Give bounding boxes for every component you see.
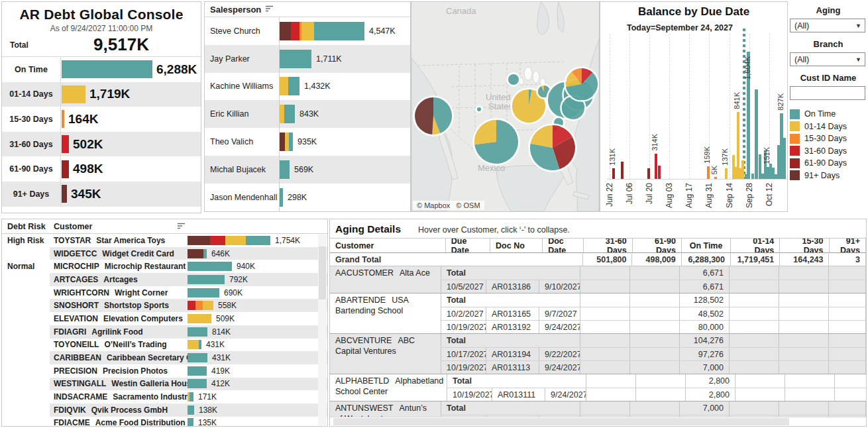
debt-risk-row[interactable]: PRECISIONPrecision Photos419K bbox=[2, 364, 327, 378]
debt-stacked-bar[interactable] bbox=[188, 327, 207, 337]
due-date-bar[interactable] bbox=[751, 174, 754, 179]
customer-block[interactable]: ABARTENDEUSA Bartending SchoolTotal128,5… bbox=[330, 294, 866, 334]
bar-segment[interactable] bbox=[188, 301, 195, 310]
debt-stacked-bar[interactable] bbox=[188, 249, 207, 258]
salesperson-stacked-bar[interactable] bbox=[280, 50, 311, 68]
debt-risk-row[interactable]: High RiskTOYSTARStar America Toys1,754K bbox=[2, 234, 327, 247]
bar-segment[interactable] bbox=[188, 340, 199, 349]
bar-segment[interactable] bbox=[280, 50, 311, 68]
salesperson-stacked-bar[interactable] bbox=[280, 133, 293, 151]
due-date-bar[interactable] bbox=[647, 168, 650, 179]
debt-stacked-bar[interactable] bbox=[188, 405, 194, 415]
bar-segment[interactable] bbox=[291, 22, 299, 40]
aging-bar[interactable] bbox=[62, 135, 69, 153]
legend-item[interactable]: 01-14 Days bbox=[790, 121, 867, 133]
bar-segment[interactable] bbox=[195, 301, 203, 310]
debt-stacked-bar[interactable] bbox=[188, 340, 201, 349]
due-date-bar[interactable] bbox=[741, 160, 744, 179]
scrollbar-thumb[interactable] bbox=[333, 418, 789, 425]
chevron-down-icon[interactable]: ▼ bbox=[855, 56, 861, 63]
aging-bar[interactable] bbox=[62, 110, 64, 128]
aging-bar[interactable] bbox=[62, 160, 69, 178]
pie-slice[interactable] bbox=[477, 107, 481, 111]
cust-id-input[interactable] bbox=[790, 86, 865, 100]
bar-segment[interactable] bbox=[188, 314, 211, 323]
bar-segment[interactable] bbox=[280, 105, 284, 123]
due-date-bar[interactable] bbox=[658, 166, 661, 179]
branch-filter-dropdown[interactable]: (All) ▼ bbox=[790, 52, 865, 66]
debt-stacked-bar[interactable] bbox=[188, 353, 207, 362]
debt-risk-row[interactable]: WESTINGALLWestin Galleria Houston412K bbox=[2, 378, 327, 391]
bar-segment[interactable] bbox=[288, 77, 299, 95]
bar-segment[interactable] bbox=[284, 105, 295, 123]
debt-risk-row[interactable]: INDSACRAMESacramento Industrial S..171K bbox=[2, 390, 327, 403]
due-date-bar[interactable] bbox=[714, 177, 717, 179]
customer-block[interactable]: AACUSTOMERAlta AceTotal6,67110/5/2027AR0… bbox=[330, 266, 866, 294]
due-date-bar[interactable] bbox=[755, 89, 758, 179]
aging-filter-dropdown[interactable]: (All) ▼ bbox=[790, 19, 865, 32]
osm-attribution[interactable]: © OSM bbox=[456, 201, 480, 209]
debt-risk-row[interactable]: SNOSHORTShortstop Sports558K bbox=[2, 299, 327, 312]
debt-risk-row[interactable]: ELEVATIONElevation Computers509K bbox=[2, 312, 327, 325]
debt-stacked-bar[interactable] bbox=[188, 288, 219, 297]
debt-risk-row[interactable]: ARTCAGESArtcages792K bbox=[2, 273, 327, 286]
debt-risk-row[interactable]: WRIGHTCORNWright Corner690K bbox=[2, 286, 327, 299]
bar-segment[interactable] bbox=[280, 188, 283, 207]
legend-item[interactable]: 91+ Days bbox=[790, 170, 867, 182]
aging-bar[interactable] bbox=[62, 60, 152, 78]
debt-risk-scrollbar[interactable] bbox=[318, 235, 327, 425]
debt-stacked-bar[interactable] bbox=[188, 366, 207, 376]
customer-cell[interactable]: ALPHABETLDAlphabetland School Center bbox=[330, 374, 447, 401]
debt-stacked-bar[interactable] bbox=[188, 262, 232, 271]
map-pie-california[interactable] bbox=[414, 97, 453, 136]
mapbox-attribution[interactable]: © Mapbox bbox=[417, 201, 450, 209]
legend-item[interactable]: 61-90 Days bbox=[790, 157, 867, 170]
bar-segment[interactable] bbox=[314, 22, 364, 40]
legend-item[interactable]: 15-30 Days bbox=[790, 133, 867, 145]
map-pie-northeast-4[interactable] bbox=[565, 68, 599, 101]
due-date-bar[interactable] bbox=[725, 168, 728, 179]
customer-block[interactable]: ABCVENTUREABC Capital VenturesTotal104,2… bbox=[330, 334, 866, 374]
debt-stacked-bar[interactable] bbox=[188, 418, 193, 427]
salesperson-stacked-bar[interactable] bbox=[280, 22, 364, 40]
salesperson-stacked-bar[interactable] bbox=[280, 188, 283, 207]
legend-item[interactable]: On Time bbox=[790, 108, 867, 121]
bar-segment[interactable] bbox=[199, 340, 201, 349]
bar-segment[interactable] bbox=[289, 133, 293, 151]
bar-segment[interactable] bbox=[188, 327, 207, 337]
map-pie-minnesota[interactable] bbox=[508, 74, 520, 86]
debt-risk-row[interactable]: NormalMICROCHIPMicrochip Restaurant940K bbox=[2, 260, 327, 273]
debt-risk-row[interactable]: FDIAGRIAgrilink Food814K bbox=[2, 325, 327, 339]
debt-risk-row[interactable]: FDIACMEAcme Food Distribution135K bbox=[2, 417, 327, 427]
due-date-bar[interactable] bbox=[655, 154, 657, 179]
debt-stacked-bar[interactable] bbox=[188, 236, 270, 245]
bar-segment[interactable] bbox=[188, 366, 207, 376]
map-canvas[interactable]: Canada United States Mexico bbox=[411, 2, 599, 211]
debt-stacked-bar[interactable] bbox=[188, 301, 213, 310]
sort-icon[interactable] bbox=[265, 3, 274, 15]
map-pie-texas[interactable] bbox=[474, 119, 519, 165]
bar-segment[interactable] bbox=[203, 301, 213, 310]
bar-segment[interactable] bbox=[190, 392, 193, 401]
due-date-bar[interactable] bbox=[621, 162, 624, 179]
salesperson-stacked-bar[interactable] bbox=[280, 77, 299, 95]
aging-details-hscrollbar[interactable] bbox=[330, 417, 866, 426]
bar-segment[interactable] bbox=[280, 22, 291, 40]
bar-segment[interactable] bbox=[280, 133, 285, 151]
debt-stacked-bar[interactable] bbox=[188, 392, 193, 401]
bar-segment[interactable] bbox=[280, 160, 290, 179]
bar-segment[interactable] bbox=[188, 379, 207, 388]
bar-segment[interactable] bbox=[280, 77, 288, 95]
bar-segment[interactable] bbox=[203, 249, 207, 258]
aging-bar[interactable] bbox=[62, 85, 85, 103]
debt-risk-row[interactable]: WIDGETCCWidget Credit Card646K bbox=[2, 247, 327, 260]
due-date-bar[interactable] bbox=[783, 138, 786, 179]
bar-segment[interactable] bbox=[188, 262, 232, 271]
debt-stacked-bar[interactable] bbox=[188, 314, 211, 323]
bar-segment[interactable] bbox=[188, 418, 193, 427]
bar-segment[interactable] bbox=[188, 236, 210, 245]
scrollbar-thumb[interactable] bbox=[319, 246, 326, 299]
debt-stacked-bar[interactable] bbox=[188, 275, 225, 284]
debt-risk-row[interactable]: FDIQVIKQvik Process GmbH138K bbox=[2, 403, 327, 417]
column-header[interactable]: Customer bbox=[330, 239, 446, 252]
